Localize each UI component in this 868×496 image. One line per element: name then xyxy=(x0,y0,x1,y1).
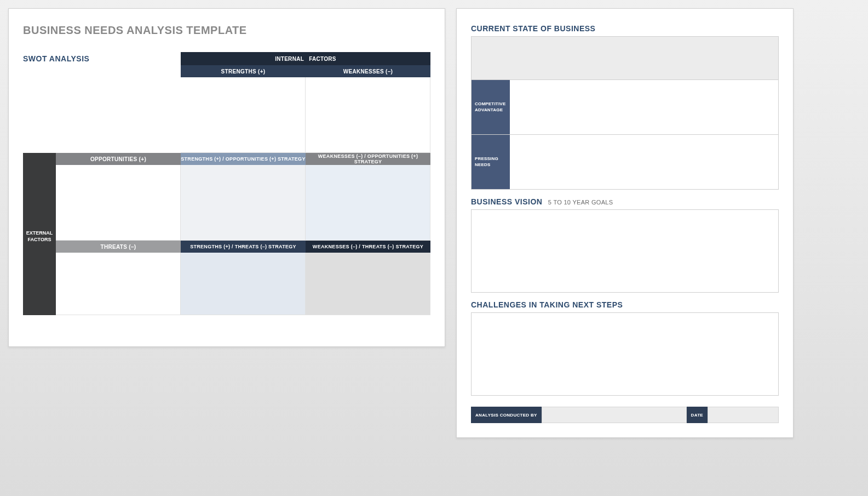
header-internal-factors: INTERNAL FACTORS xyxy=(181,52,430,65)
cell-st-strategy[interactable] xyxy=(181,253,306,315)
header-so-strategy: STRENGTHS (+) / OPPORTUNITIES (+) STRATE… xyxy=(181,153,306,165)
row-competitive-advantage: COMPETITIVE ADVANTAGE xyxy=(471,80,779,135)
cell-pressing-needs[interactable] xyxy=(510,135,778,189)
header-st-strategy: STRENGTHS (+) / THREATS (–) STRATEGY xyxy=(181,241,306,253)
business-vision-text: BUSINESS VISION xyxy=(471,197,542,206)
cell-competitive-advantage[interactable] xyxy=(510,80,778,134)
cell-strengths[interactable] xyxy=(181,77,306,153)
cell-weaknesses[interactable] xyxy=(306,77,430,153)
external-factors-label: EXTERNAL FACTORS xyxy=(23,165,56,315)
box-challenges[interactable] xyxy=(471,312,779,396)
document-title: BUSINESS NEEDS ANALYSIS TEMPLATE xyxy=(23,24,430,37)
page-right: CURRENT STATE OF BUSINESS COMPETITIVE AD… xyxy=(456,8,794,438)
heading-business-vision: BUSINESS VISION 5 TO 10 YEAR GOALS xyxy=(471,197,779,206)
header-weaknesses: WEAKNESSES (–) xyxy=(306,65,430,77)
header-strengths: STRENGTHS (+) xyxy=(181,65,306,77)
header-wo-strategy: WEAKNESSES (–) / OPPORTUNITIES (+) STRAT… xyxy=(306,153,430,165)
field-analysis-conducted-by[interactable] xyxy=(542,407,687,423)
page-left: BUSINESS NEEDS ANALYSIS TEMPLATE SWOT AN… xyxy=(8,8,445,347)
spacer xyxy=(23,65,181,77)
box-business-vision[interactable] xyxy=(471,209,779,293)
label-pressing-needs: PRESSING NEEDS xyxy=(472,135,510,189)
header-opportunities: OPPORTUNITIES (+) xyxy=(56,153,181,165)
swot-table: SWOT ANALYSIS INTERNAL FACTORS STRENGTHS… xyxy=(23,52,430,315)
heading-current-state: CURRENT STATE OF BUSINESS xyxy=(471,24,779,33)
cell-threats[interactable] xyxy=(56,253,181,315)
external-factors-top xyxy=(23,153,56,165)
label-analysis-conducted-by: ANALYSIS CONDUCTED BY xyxy=(471,407,542,423)
header-threats: THREATS (–) xyxy=(56,241,181,253)
external-factors-text: EXTERNAL FACTORS xyxy=(23,230,56,243)
field-date[interactable] xyxy=(708,407,779,423)
footer-row: ANALYSIS CONDUCTED BY DATE xyxy=(471,407,779,423)
spacer xyxy=(23,77,181,153)
label-date: DATE xyxy=(687,407,708,423)
heading-challenges: CHALLENGES IN TAKING NEXT STEPS xyxy=(471,300,779,309)
cell-so-strategy[interactable] xyxy=(181,165,306,241)
swot-heading-cell: SWOT ANALYSIS xyxy=(23,52,181,65)
cell-opportunities[interactable] xyxy=(56,165,181,241)
cell-wo-strategy[interactable] xyxy=(306,165,430,241)
swot-heading: SWOT ANALYSIS xyxy=(23,54,89,63)
header-wt-strategy: WEAKNESSES (–) / THREATS (–) STRATEGY xyxy=(306,241,430,253)
row-pressing-needs: PRESSING NEEDS xyxy=(471,135,779,190)
business-vision-sub: 5 TO 10 YEAR GOALS xyxy=(548,199,613,206)
label-competitive-advantage: COMPETITIVE ADVANTAGE xyxy=(472,80,510,134)
cell-wt-strategy[interactable] xyxy=(306,253,430,315)
box-current-state[interactable] xyxy=(471,36,779,80)
